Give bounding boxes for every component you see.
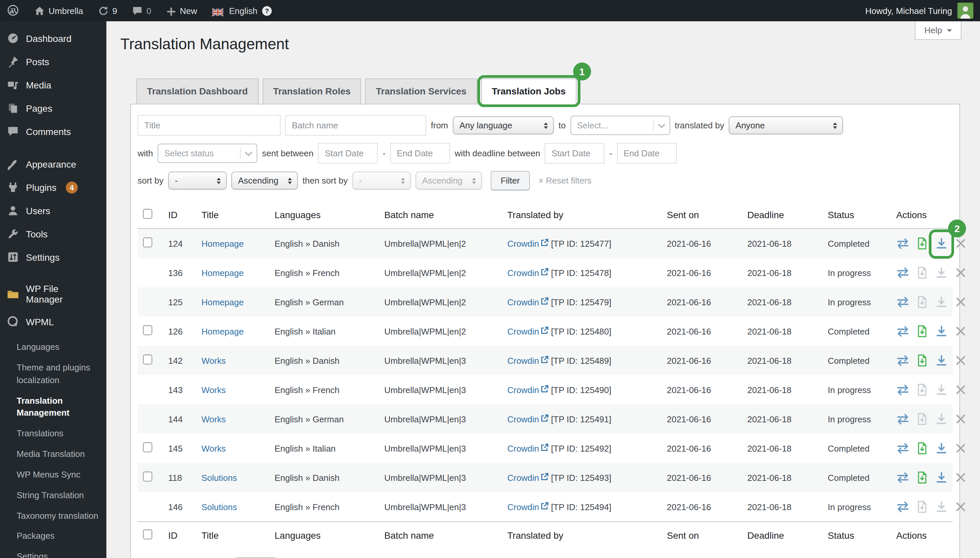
then-sort-direction-select[interactable]: Ascending [416,172,482,190]
sidebar-item[interactable]: Appearance [0,152,107,176]
batch-name-filter-input[interactable] [285,115,426,136]
sidebar-item[interactable]: Posts [0,50,107,73]
select-all-checkbox[interactable] [143,529,152,539]
xliff-file-icon[interactable] [916,237,929,250]
sidebar-item[interactable]: Media [0,73,107,97]
sync-translation-icon[interactable] [896,441,910,455]
sent-start-date-input[interactable] [318,143,378,164]
translator-link[interactable]: Crowdin [507,356,548,366]
row-checkbox[interactable] [143,325,152,335]
cancel-job-icon[interactable] [954,500,967,514]
title-filter-input[interactable] [138,115,280,136]
download-icon[interactable] [935,237,948,250]
then-sort-by-select[interactable]: - [352,172,411,190]
new-menu[interactable]: New [159,0,205,21]
xliff-file-icon[interactable] [916,325,929,338]
wordpress-logo[interactable] [0,0,26,21]
download-icon[interactable] [935,295,948,309]
updates-menu[interactable]: 9 [90,0,125,21]
from-language-select[interactable]: Any language [453,117,554,135]
reset-filters-link[interactable]: × Reset filters [539,176,592,185]
xliff-file-icon[interactable] [916,500,929,514]
job-title-link[interactable]: Homepage [202,326,244,336]
sidebar-item[interactable]: Dashboard [0,26,107,50]
download-icon[interactable] [935,354,948,367]
xliff-file-icon[interactable] [916,383,929,396]
translator-link[interactable]: Crowdin [507,473,548,483]
job-title-link[interactable]: Works [202,356,226,366]
download-icon[interactable] [935,325,948,338]
tab[interactable]: Translation Dashboard [136,79,258,104]
deadline-end-date-input[interactable] [617,143,677,164]
sync-translation-icon[interactable] [896,500,910,514]
sync-translation-icon[interactable] [896,266,910,279]
to-language-select[interactable]: Select... [570,116,670,135]
tab[interactable]: Translation Roles [262,79,361,104]
wpml-submenu-item[interactable]: Media Translation [0,444,107,465]
translator-link[interactable]: Crowdin [507,326,548,336]
sync-translation-icon[interactable] [896,325,910,338]
avatar[interactable] [957,3,973,19]
filter-button[interactable]: Filter [491,171,530,190]
howdy-text[interactable]: Howdy, Michael Turing [865,6,952,16]
download-icon[interactable] [935,500,948,514]
sidebar-item[interactable]: WP File Manager [0,278,107,310]
wpml-submenu-item[interactable]: String Translation [0,486,107,506]
job-title-link[interactable]: Homepage [202,268,244,278]
translator-link[interactable]: Crowdin [507,238,548,248]
translated-by-select[interactable]: Anyone [729,117,843,135]
help-circle-icon[interactable]: ? [261,5,272,16]
xliff-file-icon[interactable] [916,266,929,279]
wpml-submenu-item[interactable]: WP Menus Sync [0,465,107,486]
wpml-submenu-item[interactable]: Packages [0,527,107,547]
translator-link[interactable]: Crowdin [507,297,548,307]
row-checkbox[interactable] [143,354,152,364]
cancel-job-icon[interactable] [954,237,967,250]
translator-link[interactable]: Crowdin [507,502,548,512]
translator-link[interactable]: Crowdin [507,268,548,278]
row-checkbox[interactable] [143,238,152,248]
cancel-job-icon[interactable] [954,295,967,309]
download-icon[interactable] [935,471,948,484]
download-icon[interactable] [935,412,948,426]
download-icon[interactable] [935,441,948,455]
sync-translation-icon[interactable] [896,237,910,250]
tab[interactable]: Translation Jobs 1 [481,79,577,104]
cancel-job-icon[interactable] [954,266,967,279]
xliff-file-icon[interactable] [916,354,929,367]
xliff-file-icon[interactable] [916,471,929,484]
xliff-file-icon[interactable] [916,412,929,426]
sidebar-item[interactable]: WPML [0,310,107,333]
job-title-link[interactable]: Works [202,414,226,424]
wpml-submenu-item[interactable]: Translation Management [0,391,107,423]
xliff-file-icon[interactable] [916,441,929,455]
sent-end-date-input[interactable] [390,143,450,164]
sort-by-select[interactable]: - [168,172,227,190]
cancel-job-icon[interactable] [954,412,967,426]
sidebar-item[interactable]: Tools [0,222,107,245]
job-title-link[interactable]: Solutions [202,473,237,483]
sidebar-item[interactable]: Pages [0,97,107,120]
cancel-job-icon[interactable] [954,354,967,367]
job-title-link[interactable]: Works [202,443,226,453]
sidebar-item[interactable]: Settings [0,245,107,269]
xliff-file-icon[interactable] [916,295,929,309]
job-title-link[interactable]: Homepage [202,297,244,307]
sidebar-item[interactable]: Plugins 4 [0,176,107,199]
wpml-submenu-item[interactable]: Settings [0,547,107,558]
comments-menu[interactable]: 0 [125,0,159,21]
sync-translation-icon[interactable] [896,354,910,367]
sync-translation-icon[interactable] [896,412,910,426]
select-all-checkbox[interactable] [143,209,152,219]
job-title-link[interactable]: Solutions [202,502,237,512]
sidebar-item[interactable]: Comments [0,120,107,143]
cancel-job-icon[interactable] [954,325,967,338]
row-checkbox[interactable] [143,471,152,481]
cancel-job-icon[interactable] [954,383,967,396]
tab[interactable]: Translation Services [365,79,477,104]
sync-translation-icon[interactable] [896,295,910,309]
sync-translation-icon[interactable] [896,383,910,396]
cancel-job-icon[interactable] [954,441,967,455]
translator-link[interactable]: Crowdin [507,443,548,453]
sidebar-item[interactable]: Users [0,199,107,222]
